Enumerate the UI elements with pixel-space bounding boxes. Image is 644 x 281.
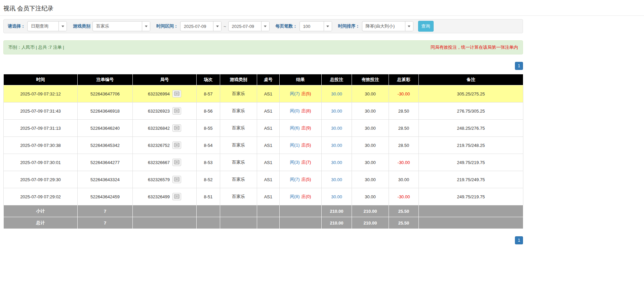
video-replay-button[interactable] — [172, 193, 181, 200]
total-bet-cell: 30.00 — [322, 103, 352, 120]
result-cell: 闲(7)庄(5) — [280, 85, 322, 103]
search-button[interactable]: 查询 — [418, 21, 434, 32]
result-player: 闲(6) — [290, 125, 300, 130]
game-type-cell: 百家乐 — [220, 188, 257, 205]
time-cell: 2025-07-09 07:30:38 — [4, 137, 78, 154]
payout-value: -30.00 — [398, 194, 410, 199]
chevron-down-icon[interactable] — [261, 22, 269, 31]
valid-bet-cell: 30.00 — [352, 103, 389, 120]
column-header: 桌号 — [257, 74, 280, 85]
payout-cell: 30.00 — [389, 171, 419, 188]
video-replay-button[interactable] — [172, 142, 181, 149]
result-cell: 闲(7)庄(5) — [280, 171, 322, 188]
bet-records-table: 时间注单编号局号场次游戏类别桌号结果总投注有效投注总派彩备注 2025-07-0… — [3, 74, 523, 229]
game-type-dropdown[interactable]: 百家乐 — [92, 21, 150, 31]
chevron-down-icon[interactable] — [58, 22, 67, 31]
video-replay-button[interactable] — [172, 159, 181, 166]
result-banker: 庄(8) — [301, 108, 311, 113]
column-header: 游戏类别 — [220, 74, 257, 85]
filter-bar: 请选择： 日期查询 游戏类别 百家乐 时间区间： 2025-07-09 ~ 20… — [3, 19, 523, 33]
session-cell: 8-55 — [197, 120, 220, 137]
payout-value: 30.00 — [398, 177, 409, 182]
chevron-down-icon[interactable] — [142, 22, 150, 31]
chevron-down-icon[interactable] — [213, 22, 221, 31]
total-bet-link[interactable]: 30.00 — [331, 194, 342, 199]
total-bet-cell: 30.00 — [322, 154, 352, 171]
round-cell: 632326579 — [133, 171, 197, 188]
date-to-picker[interactable]: 2025-07-09 — [228, 21, 270, 31]
video-replay-button[interactable] — [172, 176, 181, 183]
session-cell: 8-57 — [197, 85, 220, 103]
total-bet-link[interactable]: 30.00 — [331, 160, 342, 165]
time-cell: 2025-07-09 07:31:13 — [4, 120, 78, 137]
page-size-label: 每页笔数： — [276, 23, 297, 29]
video-replay-icon — [174, 109, 179, 113]
total-bet-link[interactable]: 30.00 — [331, 109, 342, 114]
bet-id-cell: 522643647706 — [78, 85, 133, 103]
session-cell: 8-53 — [197, 154, 220, 171]
result-banker: 庄(5) — [301, 143, 311, 148]
remark-cell: 219.75/249.75 — [419, 171, 523, 188]
total-bet-link[interactable]: 30.00 — [331, 177, 342, 182]
valid-bet-cell: 30.00 — [352, 154, 389, 171]
round-cell: 632326667 — [133, 154, 197, 171]
content: 请选择： 日期查询 游戏类别 百家乐 时间区间： 2025-07-09 ~ 20… — [0, 19, 520, 244]
result-banker: 庄(9) — [301, 125, 311, 130]
game-type-cell: 百家乐 — [220, 85, 257, 103]
page-size-dropdown[interactable]: 100 — [299, 21, 332, 31]
result-player: 闲(7) — [290, 91, 300, 96]
session-cell: 8-56 — [197, 103, 220, 120]
column-header: 总投注 — [322, 74, 352, 85]
session-cell: 8-51 — [197, 188, 220, 205]
chevron-down-icon[interactable] — [324, 22, 332, 31]
remark-cell: 249.75/219.75 — [419, 154, 523, 171]
page-1-button[interactable]: 1 — [515, 236, 523, 244]
game-type-value: 百家乐 — [93, 22, 142, 31]
date-from-picker[interactable]: 2025-07-09 — [180, 21, 222, 31]
payout-cell: -30.00 — [389, 154, 419, 171]
total-bet-link[interactable]: 30.00 — [331, 91, 342, 96]
date-from-value: 2025-07-09 — [180, 22, 213, 31]
table-no-cell: AS1 — [257, 85, 280, 103]
video-replay-button[interactable] — [172, 90, 181, 97]
round-cell: 632326499 — [133, 188, 197, 205]
table-no-cell: AS1 — [257, 154, 280, 171]
pagination-bottom: 1 — [3, 236, 523, 244]
result-cell: 闲(3)庄(7) — [280, 154, 322, 171]
bet-id-cell: 522643646918 — [78, 103, 133, 120]
round-id: 632326579 — [148, 177, 170, 182]
payout-value: 28.50 — [398, 109, 409, 114]
total-bet-link[interactable]: 30.00 — [331, 126, 342, 131]
column-header: 有效投注 — [352, 74, 389, 85]
game-type-cell: 百家乐 — [220, 103, 257, 120]
video-replay-button[interactable] — [172, 124, 181, 132]
sort-label: 时间排序： — [338, 23, 360, 29]
bet-id-cell: 522643642459 — [78, 188, 133, 205]
column-header: 结果 — [280, 74, 322, 85]
round-id: 632326667 — [148, 160, 170, 165]
chevron-down-icon[interactable] — [405, 22, 413, 31]
table-no-cell: AS1 — [257, 188, 280, 205]
video-replay-icon — [174, 194, 179, 199]
summary-bar: 币别：人民币 | 总共 :7 注单 | 同局有效投注，统一计算在该局第一张注单内 — [3, 40, 523, 54]
round-cell: 632326923 — [133, 103, 197, 120]
table-head: 时间注单编号局号场次游戏类别桌号结果总投注有效投注总派彩备注 — [4, 74, 523, 85]
page-header: 视讯 会员下注纪录 — [0, 0, 644, 16]
summary-cell: 210.00 — [322, 217, 352, 229]
total-bet-link[interactable]: 30.00 — [331, 143, 342, 148]
bet-id-cell: 522643644277 — [78, 154, 133, 171]
session-cell: 8-54 — [197, 137, 220, 154]
summary-cell — [133, 217, 197, 229]
table-foot: 小计7210.00210.0025.50总计7210.00210.0025.50 — [4, 205, 523, 229]
page-1-button[interactable]: 1 — [515, 62, 523, 70]
video-replay-button[interactable] — [172, 107, 181, 115]
payout-value: 28.50 — [398, 126, 409, 131]
summary-cell: 7 — [78, 217, 133, 229]
round-id: 632326842 — [148, 126, 170, 131]
bet-id-cell: 522643643324 — [78, 171, 133, 188]
result-cell: 闲(8)庄(0) — [280, 188, 322, 205]
query-type-dropdown[interactable]: 日期查询 — [27, 21, 67, 31]
sort-dropdown[interactable]: 降幂(由大到小) — [362, 21, 413, 31]
payout-cell: -30.00 — [389, 85, 419, 103]
bet-id-cell: 522643646240 — [78, 120, 133, 137]
